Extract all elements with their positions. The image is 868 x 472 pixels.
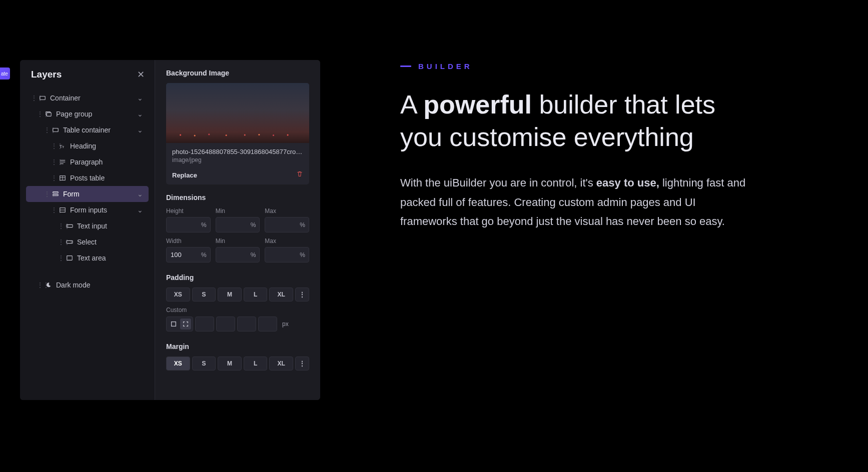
height-max-label: Max [265,208,309,214]
padding-l-button[interactable]: L [244,288,268,302]
height-min-label: Min [216,208,260,214]
layer-form[interactable]: ⋮⋮ Form ⌄ [26,186,149,202]
height-row: Height % Min % Max % [166,208,309,232]
replace-button[interactable]: Replace [172,172,197,179]
layer-text-area[interactable]: ⋮⋮ Text area [26,250,149,266]
more-vertical-icon: ⋮ [299,291,305,298]
layer-posts-table[interactable]: ⋮⋮ Posts table [26,170,149,186]
drag-handle-icon[interactable]: ⋮⋮ [51,206,55,214]
padding-top-input[interactable] [195,316,214,332]
margin-more-button[interactable]: ⋮ [295,356,309,370]
bg-image-title: Background Image [166,69,309,77]
inputs-icon [59,206,66,214]
padding-m-button[interactable]: M [218,288,242,302]
padding-mode-single-button[interactable] [168,318,179,330]
height-min-input[interactable] [216,217,260,232]
layer-heading[interactable]: ⋮⋮ Tт Heading [26,138,149,154]
hero-heading: A powerful builder that lets you customi… [400,88,750,154]
drag-handle-icon[interactable]: ⋮⋮ [58,222,62,230]
eyebrow-line [400,66,411,67]
layer-container[interactable]: ⋮⋮ Container ⌄ [26,90,149,106]
width-max-input[interactable] [265,247,309,262]
select-icon [66,238,73,246]
layer-paragraph[interactable]: ⋮⋮ Paragraph [26,154,149,170]
padding-unit-label: px [279,320,292,328]
padding-more-button[interactable]: ⋮ [295,288,309,302]
padding-left-input[interactable] [258,316,277,332]
chevron-down-icon[interactable]: ⌄ [137,110,144,118]
bg-image-preview: photo-1526488807855-3091868045877cro… im… [166,83,309,184]
padding-xl-button[interactable]: XL [269,288,293,302]
height-max-input[interactable] [265,217,309,232]
layer-dark-mode[interactable]: ⋮⋮ Dark mode [26,277,149,293]
drag-handle-icon[interactable]: ⋮⋮ [37,110,41,118]
chevron-down-icon[interactable]: ⌄ [137,94,144,102]
padding-xs-button[interactable]: XS [166,288,190,302]
layer-label: Text input [77,222,144,230]
drag-handle-icon[interactable]: ⋮⋮ [51,158,55,166]
hero-body-bold: easy to use, [596,176,659,189]
drag-handle-icon[interactable]: ⋮⋮ [58,254,62,262]
width-min-input[interactable] [216,247,260,262]
drag-handle-icon[interactable]: ⋮⋮ [44,126,48,134]
hero-body: With the uiBuilder you are in control, i… [400,174,750,232]
bg-image-thumbnail[interactable] [166,83,309,143]
padding-right-input[interactable] [216,316,235,332]
drag-handle-icon[interactable]: ⋮⋮ [31,94,35,102]
width-row: Width % Min % Max % [166,238,309,262]
chevron-down-icon[interactable]: ⌄ [137,190,144,198]
text-input-icon [66,222,73,230]
padding-mode-sides-button[interactable] [180,318,191,330]
bg-image-meta: photo-1526488807855-3091868045877cro… im… [166,143,309,166]
drag-handle-icon[interactable]: ⋮⋮ [58,238,62,246]
layers-tree: ⋮⋮ Container ⌄ ⋮⋮ Page group ⌄ ⋮⋮ [20,87,155,299]
properties-panel: Background Image photo-1526488807855-309… [155,60,320,400]
margin-xs-button[interactable]: XS [166,356,190,370]
height-input[interactable] [166,217,211,232]
hero-heading-bold: powerful [423,90,532,119]
layer-table-container[interactable]: ⋮⋮ Table container ⌄ [26,122,149,138]
layers-panel: Layers ✕ ⋮⋮ Container ⌄ ⋮⋮ Page group ⌄ [20,60,155,400]
trash-icon[interactable] [296,170,303,180]
drag-handle-icon[interactable]: ⋮⋮ [37,282,41,288]
paragraph-icon [59,158,66,166]
margin-s-button[interactable]: S [192,356,216,370]
form-icon [52,190,59,198]
layer-label: Paragraph [70,158,144,166]
svg-rect-0 [40,96,46,100]
layer-text-input[interactable]: ⋮⋮ Text input [26,218,149,234]
svg-rect-11 [53,192,59,194]
layers-header: Layers ✕ [20,60,155,87]
svg-text:Tт: Tт [60,144,64,149]
width-input[interactable] [166,247,211,262]
margin-xl-button[interactable]: XL [269,356,293,370]
svg-rect-2 [47,112,52,116]
margin-m-button[interactable]: M [218,356,242,370]
moon-icon [45,282,52,288]
chevron-down-icon[interactable]: ⌄ [137,126,144,134]
layer-page-group[interactable]: ⋮⋮ Page group ⌄ [26,106,149,122]
padding-sizes: XS S M L XL ⋮ [166,288,309,302]
layer-label: Container [50,94,133,102]
drag-handle-icon[interactable]: ⋮⋮ [51,174,55,182]
layer-form-inputs[interactable]: ⋮⋮ Form inputs ⌄ [26,202,149,218]
padding-bottom-input[interactable] [237,316,256,332]
textarea-icon [66,254,73,262]
svg-rect-19 [172,322,176,326]
svg-rect-18 [67,256,73,260]
drag-handle-icon[interactable]: ⋮⋮ [51,142,55,150]
padding-s-button[interactable]: S [192,288,216,302]
layer-label: Dark mode [56,281,144,289]
marketing-section: BUILDER A powerful builder that lets you… [400,62,750,232]
layer-label: Form [63,190,133,198]
drag-handle-icon[interactable]: ⋮⋮ [44,190,48,198]
close-icon[interactable]: ✕ [137,70,145,79]
chevron-down-icon[interactable]: ⌄ [137,206,144,214]
layer-select[interactable]: ⋮⋮ Select [26,234,149,250]
margin-l-button[interactable]: L [244,356,268,370]
layer-label: Table container [63,126,133,134]
margin-title: Margin [166,342,309,350]
create-button-edge[interactable]: ate [0,68,10,80]
corners-icon [182,320,189,328]
container-icon [52,126,59,134]
